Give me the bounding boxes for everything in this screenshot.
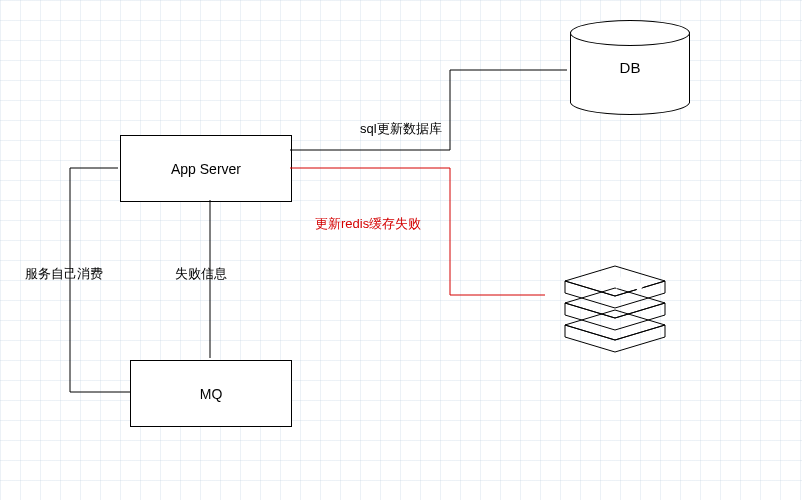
edge-app-to-db-label: sql更新数据库	[360, 120, 442, 138]
node-app-server-label: App Server	[171, 161, 241, 177]
redis-icon	[545, 245, 685, 355]
edge-mq-to-app-label: 服务自己消费	[25, 265, 103, 283]
node-app-server: App Server	[120, 135, 292, 202]
edge-app-to-redis-label: 更新redis缓存失败	[315, 215, 421, 233]
node-db-label: DB	[620, 59, 641, 76]
svg-point-0	[592, 273, 608, 289]
node-mq: MQ	[130, 360, 292, 427]
svg-marker-1	[613, 272, 633, 289]
diagram-canvas: App Server MQ DB	[0, 0, 802, 500]
edge-app-to-db	[290, 70, 567, 150]
svg-marker-2	[633, 283, 645, 293]
node-mq-label: MQ	[200, 386, 223, 402]
node-db: DB	[570, 20, 690, 115]
edge-app-to-mq-label: 失败信息	[175, 265, 227, 283]
